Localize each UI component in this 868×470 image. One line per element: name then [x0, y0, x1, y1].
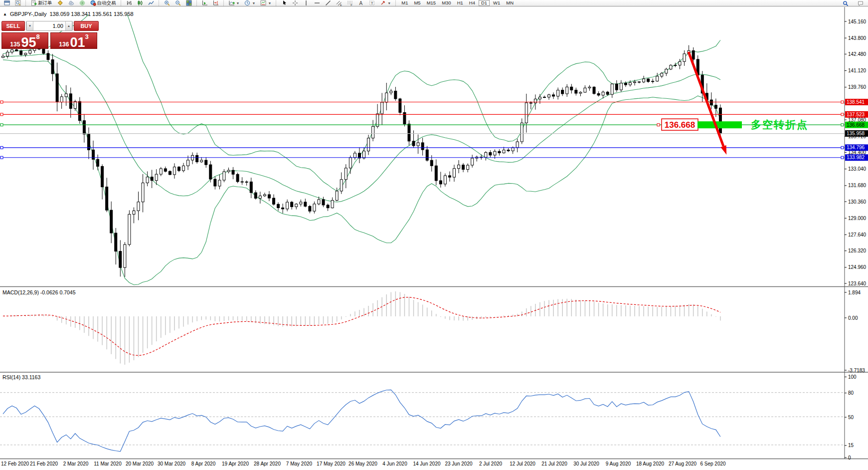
indicators-dropdown-caret[interactable]: ▼ [236, 1, 240, 5]
svg-text:136.668: 136.668 [847, 122, 865, 128]
candle-body [611, 84, 613, 94]
sell-button[interactable]: SELL [1, 21, 25, 31]
templates-dropdown-caret[interactable]: ▼ [268, 1, 271, 5]
hline-handle[interactable] [841, 101, 844, 103]
arrows-dropdown-caret[interactable]: ▼ [387, 1, 391, 5]
buy-button[interactable]: BUY [74, 21, 99, 31]
ask-price-box[interactable]: 136 01 3 [50, 32, 97, 49]
candle-body [223, 172, 225, 180]
indicators-button[interactable]: ▼ [226, 0, 242, 6]
candle-body [485, 153, 487, 158]
date-label: 21 Feb 2020 [30, 461, 58, 467]
candle-body [498, 151, 501, 153]
trend-arrow[interactable] [689, 52, 726, 155]
timeframe-D1-button[interactable]: D1 [479, 0, 490, 6]
chat-button[interactable] [855, 0, 866, 6]
search-button[interactable] [840, 0, 851, 6]
horizontal-line-button[interactable] [312, 0, 323, 6]
timeframe-M15-button[interactable]: M15 [424, 0, 438, 6]
new-order-button[interactable]: 新订单 [28, 0, 55, 6]
price-tick-label: 126.320 [848, 248, 867, 253]
macd-signal-line[interactable] [3, 297, 720, 356]
price-tick-label: 130.360 [848, 199, 867, 205]
candle-body [462, 165, 465, 170]
tile-windows-button[interactable] [183, 0, 194, 6]
indicator-tick-label: 15 [848, 443, 854, 448]
templates-button[interactable]: ▼ [258, 0, 274, 6]
hline-handle[interactable] [841, 156, 844, 159]
bar-chart-button[interactable] [124, 0, 135, 6]
hline-handle[interactable] [841, 146, 844, 149]
svg-text:134.796: 134.796 [847, 145, 865, 150]
chart-title: ▲ GBPJPY-,Daily 138.059 138.341 135.561 … [3, 11, 134, 17]
candle-body [69, 94, 72, 109]
chart-canvas[interactable]: 145.160143.800142.480141.120139.760138.4… [0, 7, 868, 470]
turning-point-rect[interactable] [697, 121, 742, 128]
autotrading-button[interactable]: 自动交易 [88, 0, 119, 6]
candle-body [2, 56, 4, 58]
price-tick-label: 142.480 [848, 51, 867, 57]
chart-area[interactable]: 145.160143.800142.480141.120139.760138.4… [0, 7, 868, 470]
hline-handle[interactable] [0, 146, 3, 149]
hline-handle[interactable] [841, 124, 844, 126]
publisher-button[interactable] [66, 0, 77, 6]
candle-body [187, 160, 189, 166]
new-chart-button[interactable] [1, 0, 12, 6]
volume-decrease-button[interactable]: ▼ [26, 21, 33, 30]
candle-body [430, 160, 433, 166]
annotation-handle[interactable] [657, 124, 660, 126]
candle-chart-button[interactable] [135, 0, 146, 6]
turning-point-text: 多空转折点 [751, 119, 808, 131]
arrows-button[interactable]: ▼ [377, 0, 393, 6]
bid-price-box[interactable]: 135 95 8 [1, 32, 48, 49]
candle-body [674, 65, 677, 66]
candle-body [151, 177, 153, 181]
periods-button[interactable]: ▼ [242, 0, 258, 6]
candle-body [615, 84, 618, 90]
hline-handle[interactable] [841, 113, 844, 116]
timeframe-M1-button[interactable]: M1 [399, 0, 410, 6]
hline-handle[interactable] [0, 124, 3, 126]
bid-pip-sup: 8 [36, 33, 39, 40]
vertical-line-button[interactable] [301, 0, 312, 6]
hline-handle[interactable] [0, 101, 3, 103]
timeframe-H1-button[interactable]: H1 [455, 0, 466, 6]
hline-handle[interactable] [0, 156, 3, 159]
expand-marker-icon[interactable]: ▲ [3, 12, 7, 16]
auto-scroll-button[interactable] [199, 0, 210, 6]
candle-body [525, 103, 527, 123]
periods-dropdown-caret[interactable]: ▼ [252, 1, 255, 5]
signals-button[interactable] [77, 0, 88, 6]
rsi-line[interactable] [3, 390, 720, 451]
candle-body [155, 174, 158, 181]
volume-input[interactable] [33, 21, 65, 30]
bollinger-upper[interactable] [3, 7, 720, 191]
timeframe-W1-button[interactable]: W1 [491, 0, 503, 6]
crosshair-button[interactable] [290, 0, 301, 6]
text-label-button[interactable]: T [366, 0, 377, 6]
timeframe-M5-button[interactable]: M5 [411, 0, 423, 6]
timeframe-M30-button[interactable]: M30 [439, 0, 453, 6]
zoom-out-button[interactable] [173, 0, 183, 6]
chart-shift-button[interactable] [210, 0, 221, 6]
candle-body [97, 159, 99, 166]
bollinger-middle[interactable] [3, 54, 720, 202]
styler-button[interactable] [55, 0, 66, 6]
text-button[interactable]: A [355, 0, 366, 6]
date-label: 27 Aug 2020 [669, 461, 697, 467]
hline-handle[interactable] [0, 113, 3, 116]
line-chart-button[interactable] [146, 0, 157, 6]
timeframe-H4-button[interactable]: H4 [467, 0, 478, 6]
data-window-button[interactable] [12, 0, 23, 6]
candle-body [543, 97, 546, 98]
candle-body [56, 74, 58, 102]
trendline-button[interactable] [323, 0, 334, 6]
channel-button[interactable]: E [334, 0, 345, 6]
zoom-in-button[interactable] [162, 0, 173, 6]
volume-increase-button[interactable]: ▲ [65, 21, 72, 30]
candle-body [340, 180, 343, 191]
cursor-button[interactable] [279, 0, 290, 6]
timeframe-MN-button[interactable]: MN [504, 0, 516, 6]
fibonacci-button[interactable]: F [345, 0, 355, 6]
candle-body [15, 50, 18, 51]
